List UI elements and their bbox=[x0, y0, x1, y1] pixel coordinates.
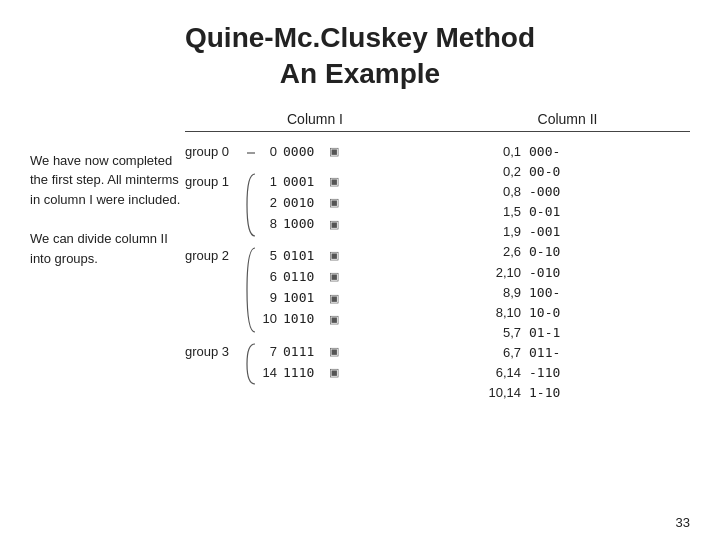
entry-number: 10 bbox=[259, 309, 277, 329]
entry-row: 70111▣ bbox=[259, 342, 339, 362]
group-entries: 10001▣20010▣81000▣ bbox=[259, 172, 339, 234]
left-text: We have now completed the first step. Al… bbox=[30, 111, 185, 530]
col2-bits: 011- bbox=[529, 343, 560, 363]
divider-line bbox=[185, 131, 690, 132]
col2-bits: -010 bbox=[529, 263, 560, 283]
col2-pair: 2,10 bbox=[485, 263, 521, 283]
col2-pair: 0,1 bbox=[485, 142, 521, 162]
col2-pair: 6,14 bbox=[485, 363, 521, 383]
group-label: group 0 bbox=[185, 142, 245, 159]
col2-bits: -001 bbox=[529, 222, 560, 242]
group-row: group 1 10001▣20010▣81000▣ bbox=[185, 172, 445, 238]
group-brace bbox=[245, 142, 259, 164]
entry-bits: 1110 bbox=[283, 363, 323, 383]
entry-bits: 1010 bbox=[283, 309, 323, 329]
col2-pair: 2,6 bbox=[485, 242, 521, 262]
col2-pair: 10,14 bbox=[485, 383, 521, 403]
col2-pair: 1,5 bbox=[485, 202, 521, 222]
entry-bits: 0010 bbox=[283, 193, 323, 213]
title-block: Quine-Mc.Cluskey Method An Example bbox=[30, 20, 690, 93]
col2-entry: 1,50-01 bbox=[485, 202, 690, 222]
entry-number: 6 bbox=[259, 267, 277, 287]
col2-bits: 10-0 bbox=[529, 303, 560, 323]
group-entries: 70111▣141110▣ bbox=[259, 342, 339, 383]
entry-check-icon: ▣ bbox=[329, 364, 339, 381]
entry-check-icon: ▣ bbox=[329, 173, 339, 190]
column-I: group 0 00000▣group 1 10001▣20010▣81000▣… bbox=[185, 142, 445, 530]
col2-bits: 0-01 bbox=[529, 202, 560, 222]
columns-header: Column I Column II bbox=[185, 111, 690, 127]
entry-check-icon: ▣ bbox=[329, 343, 339, 360]
entry-bits: 0001 bbox=[283, 172, 323, 192]
main-area: We have now completed the first step. Al… bbox=[30, 111, 690, 530]
page-title: Quine-Mc.Cluskey Method An Example bbox=[30, 20, 690, 93]
entry-row: 50101▣ bbox=[259, 246, 339, 266]
entry-check-icon: ▣ bbox=[329, 268, 339, 285]
col2-pair: 8,10 bbox=[485, 303, 521, 323]
col2-entry: 0,1000- bbox=[485, 142, 690, 162]
entry-number: 9 bbox=[259, 288, 277, 308]
entry-number: 7 bbox=[259, 342, 277, 362]
col2-entry: 10,141-10 bbox=[485, 383, 690, 403]
entry-bits: 1000 bbox=[283, 214, 323, 234]
group-brace bbox=[245, 342, 259, 386]
left-para-2: We can divide column II into groups. bbox=[30, 229, 185, 268]
col2-bits: 1-10 bbox=[529, 383, 560, 403]
entry-bits: 0000 bbox=[283, 142, 323, 162]
col2-entry: 8,9100- bbox=[485, 283, 690, 303]
entry-row: 141110▣ bbox=[259, 363, 339, 383]
entry-bits: 0111 bbox=[283, 342, 323, 362]
group-label: group 2 bbox=[185, 246, 245, 263]
col2-pair: 1,9 bbox=[485, 222, 521, 242]
entry-bits: 0101 bbox=[283, 246, 323, 266]
entry-row: 10001▣ bbox=[259, 172, 339, 192]
col2-bits: 000- bbox=[529, 142, 560, 162]
entry-row: 81000▣ bbox=[259, 214, 339, 234]
two-columns: group 0 00000▣group 1 10001▣20010▣81000▣… bbox=[185, 142, 690, 530]
col2-bits: 100- bbox=[529, 283, 560, 303]
col2-bits: -110 bbox=[529, 363, 560, 383]
entry-bits: 1001 bbox=[283, 288, 323, 308]
entry-row: 91001▣ bbox=[259, 288, 339, 308]
col2-bits: 0-10 bbox=[529, 242, 560, 262]
group-label: group 3 bbox=[185, 342, 245, 359]
entry-check-icon: ▣ bbox=[329, 311, 339, 328]
group-brace bbox=[245, 172, 259, 238]
entry-check-icon: ▣ bbox=[329, 194, 339, 211]
col2-pair: 6,7 bbox=[485, 343, 521, 363]
col2-pair: 8,9 bbox=[485, 283, 521, 303]
col2-entry: 1,9-001 bbox=[485, 222, 690, 242]
col2-entry: 5,701-1 bbox=[485, 323, 690, 343]
col2-entry: 6,7011- bbox=[485, 343, 690, 363]
entry-number: 8 bbox=[259, 214, 277, 234]
column-I-header: Column I bbox=[185, 111, 445, 127]
col2-entry: 2,10-010 bbox=[485, 263, 690, 283]
group-entries: 00000▣ bbox=[259, 142, 339, 162]
entry-row: 101010▣ bbox=[259, 309, 339, 329]
col2-bits: 01-1 bbox=[529, 323, 560, 343]
col2-entry: 8,1010-0 bbox=[485, 303, 690, 323]
group-label: group 1 bbox=[185, 172, 245, 189]
content-area: Column I Column II group 0 00000▣group 1… bbox=[185, 111, 690, 530]
col2-pair: 0,8 bbox=[485, 182, 521, 202]
entry-check-icon: ▣ bbox=[329, 216, 339, 233]
col2-bits: -000 bbox=[529, 182, 560, 202]
entry-number: 5 bbox=[259, 246, 277, 266]
entry-check-icon: ▣ bbox=[329, 247, 339, 264]
entry-row: 00000▣ bbox=[259, 142, 339, 162]
group-entries: 50101▣60110▣91001▣101010▣ bbox=[259, 246, 339, 330]
page: Quine-Mc.Cluskey Method An Example We ha… bbox=[0, 0, 720, 540]
entry-check-icon: ▣ bbox=[329, 290, 339, 307]
group-row: group 3 70111▣141110▣ bbox=[185, 342, 445, 386]
entry-bits: 0110 bbox=[283, 267, 323, 287]
left-para-1: We have now completed the first step. Al… bbox=[30, 151, 185, 210]
col2-pair: 0,2 bbox=[485, 162, 521, 182]
col2-entry: 0,200-0 bbox=[485, 162, 690, 182]
group-row: group 2 50101▣60110▣91001▣101010▣ bbox=[185, 246, 445, 334]
col2-entry: 2,60-10 bbox=[485, 242, 690, 262]
entry-number: 0 bbox=[259, 142, 277, 162]
entry-row: 60110▣ bbox=[259, 267, 339, 287]
entry-number: 14 bbox=[259, 363, 277, 383]
page-number: 33 bbox=[676, 515, 690, 530]
entry-check-icon: ▣ bbox=[329, 143, 339, 160]
